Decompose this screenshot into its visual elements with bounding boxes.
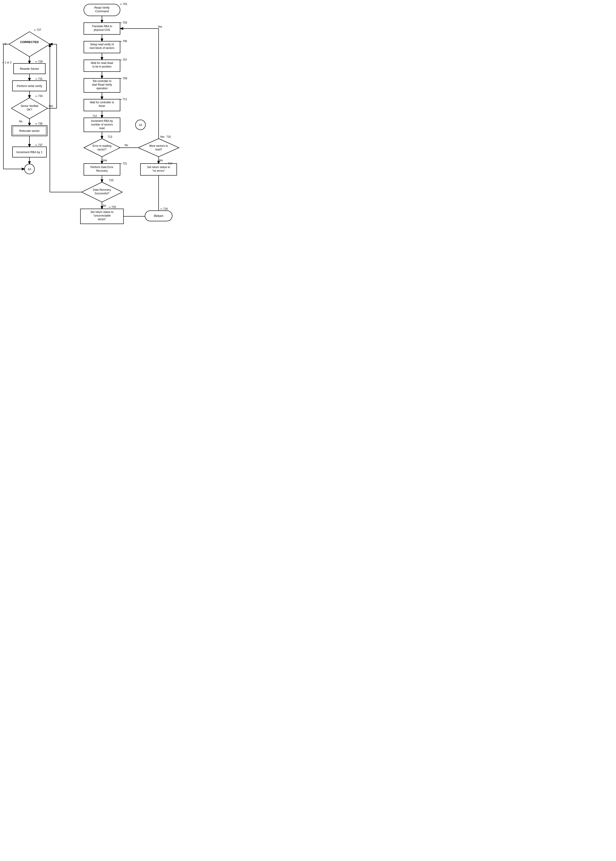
label-709: Tell controller to — [93, 80, 112, 83]
yes-label-733: Yes — [49, 104, 53, 108]
ref-731: 731 — [38, 77, 42, 80]
no-label-713: No — [125, 144, 128, 147]
label-733: Sector Verified — [20, 104, 38, 108]
ref-717: 717 — [168, 162, 173, 165]
label-705: Setup read verify of — [90, 43, 114, 46]
ref-709: 709 — [123, 77, 127, 80]
label-721: Perform Data Error — [90, 166, 113, 169]
flowchart-svg: Read Verify Command 701 Translate RBA to… — [0, 0, 204, 285]
ref-713: 713 — [108, 135, 112, 138]
label-725b: "uncorrectable — [93, 214, 111, 217]
ref-735: 735 — [38, 122, 42, 125]
label-711b: finish — [99, 104, 105, 108]
node-713 — [84, 138, 120, 157]
label-729: Rewrite Sector — [20, 67, 39, 71]
label-712c: read — [99, 127, 105, 130]
label-1a-right: 1A — [139, 123, 142, 127]
label-723b: Successful? — [95, 192, 109, 195]
label-711: Wait for controller to — [90, 101, 114, 104]
label-705b: next block of sectors — [90, 46, 114, 50]
eq12-label: = 1 or 2 — [2, 61, 11, 64]
ref-703: 703 — [123, 21, 127, 24]
node-727 — [9, 32, 50, 57]
label-713: Error in reading — [93, 144, 112, 148]
label-725c: sector" — [98, 218, 106, 221]
label-715b: read? — [155, 148, 162, 151]
label-707: Wait for read head — [91, 61, 113, 64]
ref-737: 737 — [38, 143, 42, 146]
label-709c: operation — [96, 87, 108, 90]
label-701: Read Verify — [94, 6, 110, 9]
ref-721: 721 — [123, 162, 127, 165]
label-723: Data Recovery — [93, 188, 111, 192]
ref-727: 727 — [37, 28, 41, 31]
label-703: Translate RBA to — [92, 25, 112, 28]
label-707b: to be in position — [93, 65, 112, 68]
ref-725: 725 — [112, 206, 116, 209]
label-703b: physical CHS — [94, 28, 110, 31]
ref-733: 733 — [38, 94, 42, 97]
label-712: Increment RBA by — [91, 119, 113, 123]
label-717b: "no errors" — [152, 169, 165, 172]
label-731: Perform write verify — [17, 84, 42, 88]
label-727: CORRECTED — [20, 40, 39, 44]
yes-label-703: Yes — [158, 25, 162, 28]
no-label-715: No — [159, 159, 163, 162]
no-label-723: No — [103, 204, 106, 207]
label-721b: Recovery — [96, 169, 108, 172]
ref-715: 715 — [166, 135, 171, 138]
label-712b: number of sectors — [91, 123, 113, 126]
label-719: Return — [154, 214, 163, 218]
label-1a-left: 1A — [28, 167, 31, 171]
ref-707: 707 — [123, 58, 127, 61]
no-label-733: No — [19, 120, 23, 123]
label-715: More sectors to — [149, 144, 168, 148]
label-735: Relocate sector — [19, 129, 40, 132]
label-725: Set return status to — [90, 211, 113, 214]
yes-label-713: Yes — [103, 159, 107, 162]
ref-723: 723 — [109, 179, 113, 182]
label-709b: start Read Verify — [92, 83, 112, 86]
label-737: Increment RBA by 1 — [16, 151, 42, 154]
label-701b: Command — [95, 9, 109, 13]
ref-705: 705 — [123, 40, 127, 43]
node-715 — [138, 138, 179, 157]
ref-719: 719 — [163, 207, 168, 211]
ref-712: 712 — [93, 115, 97, 118]
yes-label-715: Yes — [160, 135, 165, 138]
ref-711: 711 — [123, 97, 127, 101]
label-717: Set return status to — [147, 166, 170, 169]
ref-729: 729 — [38, 60, 42, 63]
label-733b: OK? — [27, 108, 32, 111]
label-713b: sector? — [97, 148, 107, 151]
ref-701: 701 — [123, 3, 127, 6]
